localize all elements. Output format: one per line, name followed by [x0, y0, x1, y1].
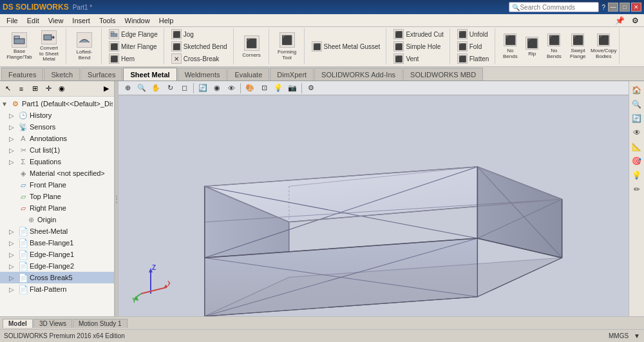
- model-tab[interactable]: Model: [3, 319, 33, 328]
- expand-base-flange1[interactable]: ▷: [9, 240, 17, 247]
- expand-annotations[interactable]: ▷: [9, 135, 17, 142]
- tab-solidworks-addins[interactable]: SOLIDWORKS Add-Ins: [314, 68, 402, 81]
- tree-item-equations[interactable]: ▷ Σ Equations: [0, 156, 114, 167]
- lofted-bend-button[interactable]: Lofted-Bend: [70, 31, 99, 62]
- rt-zoom[interactable]: 🔍: [630, 98, 643, 111]
- sidebar-list-btn[interactable]: ≡: [15, 82, 28, 95]
- tree-item-flat-pattern[interactable]: ▷ 📄 Flat-Pattern: [0, 283, 114, 295]
- vp-lights[interactable]: 💡: [272, 82, 285, 94]
- rt-view[interactable]: 👁: [630, 126, 643, 139]
- miter-flange-button[interactable]: ⬛ Miter Flange: [106, 41, 160, 52]
- tree-item-origin[interactable]: ▷ ⊕ Origin: [0, 214, 114, 225]
- insert-bends-button[interactable]: ⬛ NoBends: [543, 31, 565, 62]
- tab-evaluate[interactable]: Evaluate: [227, 68, 269, 81]
- sidebar-more-btn[interactable]: ▶: [100, 82, 113, 95]
- expand-sheet-metal[interactable]: ▷: [9, 228, 17, 235]
- tree-item-material[interactable]: ▷ ◈ Material <not specified>: [0, 167, 114, 179]
- sidebar-grid-btn[interactable]: ⊞: [28, 82, 41, 95]
- hem-button[interactable]: ⬛ Hem: [106, 53, 138, 64]
- rt-light[interactable]: 💡: [630, 169, 643, 182]
- swept-flange-button[interactable]: ⬛ SweptFlange: [566, 31, 589, 62]
- tab-dimxpert[interactable]: DimXpert: [270, 68, 314, 81]
- tree-item-top-plane[interactable]: ▷ ▱ Top Plane: [0, 191, 114, 202]
- menu-edit[interactable]: Edit: [23, 15, 43, 26]
- vp-zoom[interactable]: 🔍: [135, 82, 148, 94]
- tree-item-cross-break5[interactable]: ▷ 📄 Cross Break5: [0, 272, 114, 283]
- fold-button[interactable]: ⬛ Fold: [454, 41, 485, 52]
- tree-item-part1[interactable]: ▼ ⚙ Part1 (Default<<Default>_Display Sta…: [0, 98, 114, 109]
- tab-sheet-metal[interactable]: Sheet Metal: [123, 68, 176, 81]
- expand-part1[interactable]: ▼: [1, 100, 9, 108]
- close-button[interactable]: ✕: [631, 3, 641, 12]
- tree-item-annotations[interactable]: ▷ A Annotations: [0, 133, 114, 144]
- restore-button[interactable]: □: [620, 3, 630, 12]
- expand-sensors[interactable]: ▷: [9, 124, 17, 131]
- sketched-bend-button[interactable]: ⬛ Sketched Bend: [168, 41, 231, 52]
- units-dropdown[interactable]: ▼: [634, 332, 640, 339]
- vp-hide-show[interactable]: 👁: [225, 82, 238, 94]
- edge-flange-button[interactable]: Edge Flange: [106, 28, 161, 40]
- rt-edit[interactable]: ✏: [630, 183, 643, 196]
- expand-flat-pattern[interactable]: ▷: [9, 286, 17, 293]
- expand-history[interactable]: ▷: [9, 112, 17, 119]
- vp-pan[interactable]: ✋: [149, 82, 162, 94]
- move-copy-bodies-button[interactable]: ⬛ Move/CopyBodies: [591, 31, 616, 62]
- rt-home[interactable]: 🏠: [630, 84, 643, 97]
- convert-sheet-metal-button[interactable]: Convertto SheetMetal: [35, 31, 63, 62]
- motion-study-tab[interactable]: Motion Study 1: [73, 319, 128, 328]
- vent-button[interactable]: ⬛ Vent: [390, 53, 422, 64]
- expand-equations[interactable]: ▷: [9, 158, 17, 166]
- pin-button[interactable]: 📌: [613, 14, 626, 27]
- expand-edge-flange1[interactable]: ▷: [9, 251, 17, 258]
- tree-item-history[interactable]: ▷ 🕒 History: [0, 109, 114, 121]
- minimize-button[interactable]: —: [608, 3, 618, 12]
- sidebar-filter-btn[interactable]: ◉: [55, 82, 68, 95]
- vp-view-settings[interactable]: ⚙: [305, 82, 317, 94]
- base-flange-button[interactable]: BaseFlange/Tab: [5, 31, 33, 62]
- menu-view[interactable]: View: [44, 15, 68, 26]
- expand-cutlist[interactable]: ▷: [9, 147, 17, 154]
- help-icon[interactable]: ?: [601, 4, 605, 11]
- toolbar-settings[interactable]: ⚙: [629, 14, 641, 27]
- tab-solidworks-mbd[interactable]: SOLIDWORKS MBD: [403, 68, 483, 81]
- tab-features[interactable]: Features: [1, 68, 43, 81]
- 3d-model-canvas[interactable]: Z X Y: [118, 95, 629, 316]
- tree-item-edge-flange1[interactable]: ▷ 📄 Edge-Flange1: [0, 249, 114, 260]
- vp-zoom-fit[interactable]: ⊕: [121, 82, 134, 94]
- expand-cross-break5[interactable]: ▷: [9, 274, 17, 281]
- extruded-cut-button[interactable]: ⬛ Extruded Cut: [390, 28, 446, 40]
- vp-appearance[interactable]: 🎨: [243, 82, 256, 94]
- tab-weldments[interactable]: Weldments: [178, 68, 227, 81]
- tree-item-base-flange1[interactable]: ▷ 📄 Base-Flange1: [0, 237, 114, 249]
- menu-help[interactable]: Help: [155, 15, 178, 26]
- search-input[interactable]: [520, 4, 584, 11]
- menu-file[interactable]: File: [3, 15, 22, 26]
- menu-tools[interactable]: Tools: [95, 15, 120, 26]
- vp-section[interactable]: ◻: [178, 82, 191, 94]
- tree-item-front-plane[interactable]: ▷ ▱ Front Plane: [0, 179, 114, 191]
- vp-view-orient[interactable]: 🔄: [196, 82, 209, 94]
- tree-item-cutlist[interactable]: ▷ ✂ Cut list(1): [0, 144, 114, 156]
- rt-target[interactable]: 🎯: [630, 155, 643, 167]
- rt-measure[interactable]: 📐: [630, 140, 643, 153]
- tab-surfaces[interactable]: Surfaces: [80, 68, 122, 81]
- tree-item-right-plane[interactable]: ▷ ▱ Right Plane: [0, 202, 114, 214]
- sidebar-arrow-btn[interactable]: ↖: [1, 82, 14, 95]
- vp-scene[interactable]: ⊡: [258, 82, 270, 94]
- tab-sketch[interactable]: Sketch: [44, 68, 80, 81]
- tree-item-sensors[interactable]: ▷ 📡 Sensors: [0, 121, 114, 133]
- rt-rotate[interactable]: 🔄: [630, 112, 643, 125]
- vp-rotate[interactable]: ↻: [164, 82, 176, 94]
- simple-hole-button[interactable]: ⬛ Simple Hole: [390, 41, 444, 52]
- sidebar-add-btn[interactable]: ✛: [42, 82, 55, 95]
- sheet-metal-gusset-button[interactable]: ⬛ Sheet Metal Gusset: [308, 41, 384, 52]
- unfold-button[interactable]: ⬛ Unfold: [454, 28, 491, 40]
- vp-display-style[interactable]: ◉: [211, 82, 223, 94]
- forming-tool-button[interactable]: ⬛ FormingTool: [273, 31, 301, 62]
- flatten-button[interactable]: ⬛ Flatten: [454, 53, 493, 64]
- corners-button[interactable]: ⬛ Corners: [238, 31, 266, 62]
- no-bends-button[interactable]: ⬛ NoBends: [499, 31, 521, 62]
- expand-edge-flange2[interactable]: ▷: [9, 263, 17, 270]
- tree-item-edge-flange2[interactable]: ▷ 📄 Edge-Flange2: [0, 260, 114, 272]
- rip-button[interactable]: ⬛ Rip: [522, 31, 542, 62]
